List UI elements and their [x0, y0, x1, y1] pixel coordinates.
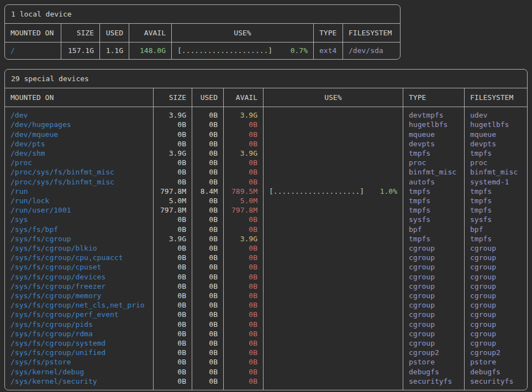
table-row: /sys/kernel/debug0B0B0Bdebugfsdebugfs [5, 367, 527, 377]
cell-avail: 0B [224, 300, 264, 310]
cell-used: 0B [192, 282, 224, 291]
cell-avail: 3.9G [224, 234, 264, 243]
cell-size: 0B [154, 310, 192, 319]
cell-type: tmpfs [403, 149, 465, 158]
cell-avail: 0B [224, 215, 264, 224]
cell-used: 0B [192, 139, 224, 149]
cell-size: 0B [154, 177, 192, 187]
cell-filesystem: cgroup [465, 253, 527, 262]
cell-use-pct [264, 348, 403, 357]
table-row: /sys/kernel/security0B0B0Bsecurityfssecu… [5, 377, 527, 390]
cell-avail: 0B [224, 167, 264, 177]
cell-use-pct [264, 234, 403, 243]
cell-size: 0B [154, 329, 192, 338]
cell-type: tmpfs [403, 205, 465, 215]
cell-avail: 148.0G [129, 43, 172, 59]
cell-size: 0B [154, 167, 192, 177]
cell-size: 5.0M [154, 196, 192, 205]
header-size: SIZE [61, 24, 100, 42]
usage-percent: 1.0% [380, 187, 397, 196]
cell-type: mqueue [403, 130, 465, 139]
cell-used: 0B [192, 167, 224, 177]
cell-mounted-on: /sys/kernel/debug [5, 367, 154, 377]
cell-size: 0B [154, 225, 192, 234]
cell-filesystem: proc [465, 158, 527, 167]
cell-use-pct [264, 272, 403, 282]
cell-used: 0B [192, 320, 224, 329]
cell-avail: 3.9G [224, 107, 264, 120]
cell-filesystem: cgroup [465, 243, 527, 253]
cell-avail: 0B [224, 158, 264, 167]
cell-use-pct [264, 253, 403, 262]
table-title: 1 local device [5, 5, 400, 24]
cell-avail: 0B [224, 310, 264, 319]
cell-use-pct [264, 225, 403, 234]
cell-use-pct [264, 167, 403, 177]
cell-filesystem: /dev/sda [343, 43, 400, 59]
cell-size: 0B [154, 300, 192, 310]
cell-mounted-on: /dev/pts [5, 139, 154, 149]
cell-size: 0B [154, 158, 192, 167]
cell-type: cgroup [403, 272, 465, 282]
header-avail: AVAIL [224, 88, 264, 107]
cell-type: tmpfs [403, 234, 465, 243]
cell-type: hugetlbfs [403, 120, 465, 129]
header-use-pct: USE% [264, 88, 403, 107]
header-type: TYPE [314, 24, 343, 42]
cell-type: cgroup [403, 329, 465, 338]
cell-size: 0B [154, 243, 192, 253]
cell-used: 0B [192, 215, 224, 224]
cell-used: 0B [192, 348, 224, 357]
table-row: /sys/fs/bpf0B0B0Bbpfbpf [5, 225, 527, 234]
cell-filesystem: cgroup [465, 262, 527, 272]
cell-type: cgroup [403, 282, 465, 291]
table-row: /dev/pts0B0B0Bdevptsdevpts [5, 139, 527, 149]
cell-avail: 0B [224, 282, 264, 291]
cell-mounted-on: /sys/fs/cgroup/blkio [5, 243, 154, 253]
cell-use-pct [264, 310, 403, 319]
cell-filesystem: cgroup [465, 272, 527, 282]
table-row: /dev/shm3.9G0B3.9Gtmpfstmpfs [5, 149, 527, 158]
cell-size: 3.9G [154, 234, 192, 243]
cell-avail: 0B [224, 243, 264, 253]
cell-use-pct [264, 282, 403, 291]
cell-size: 0B [154, 120, 192, 129]
table-row: /sys/fs/cgroup/net_cls,net_prio0B0B0Bcgr… [5, 300, 527, 310]
cell-size: 0B [154, 348, 192, 357]
cell-mounted-on: / [5, 43, 61, 59]
cell-used: 0B [192, 205, 224, 215]
table-row: /sys/fs/cgroup/rdma0B0B0Bcgroupcgroup [5, 329, 527, 338]
cell-mounted-on: /sys/fs/bpf [5, 225, 154, 234]
cell-avail: 0B [224, 348, 264, 357]
cell-type: devpts [403, 139, 465, 149]
cell-filesystem: cgroup [465, 282, 527, 291]
table-row: /sys/fs/cgroup/systemd0B0B0Bcgroupcgroup [5, 338, 527, 348]
cell-type: cgroup [403, 262, 465, 272]
cell-mounted-on: /sys/fs/cgroup/perf_event [5, 310, 154, 319]
cell-mounted-on: /sys/fs/cgroup/freezer [5, 282, 154, 291]
cell-mounted-on: /sys/fs/cgroup/pids [5, 320, 154, 329]
cell-size: 3.9G [154, 107, 192, 120]
header-size: SIZE [154, 88, 192, 107]
cell-use-pct [264, 177, 403, 187]
cell-filesystem: cgroup [465, 310, 527, 319]
table-row: /dev/mqueue0B0B0Bmqueuemqueue [5, 130, 527, 139]
cell-used: 0B [192, 158, 224, 167]
cell-type: bpf [403, 225, 465, 234]
cell-mounted-on: /sys/fs/cgroup/devices [5, 272, 154, 282]
cell-used: 0B [192, 243, 224, 253]
cell-avail: 0B [224, 225, 264, 234]
cell-type: debugfs [403, 367, 465, 377]
cell-mounted-on: /proc/sys/fs/binfmt_misc [5, 167, 154, 177]
cell-used: 1.1G [100, 43, 129, 59]
cell-filesystem: tmpfs [465, 196, 527, 205]
table-row: /proc0B0B0Bprocproc [5, 158, 527, 167]
cell-avail: 0B [224, 177, 264, 187]
cell-mounted-on: /dev/hugepages [5, 120, 154, 129]
cell-filesystem: bpf [465, 225, 527, 234]
cell-type: proc [403, 158, 465, 167]
cell-used: 0B [192, 196, 224, 205]
cell-mounted-on: /sys/fs/cgroup/memory [5, 291, 154, 300]
local-table-rows: /157.1G1.1G148.0G[....................]0… [5, 43, 400, 59]
cell-avail: 0B [224, 338, 264, 348]
